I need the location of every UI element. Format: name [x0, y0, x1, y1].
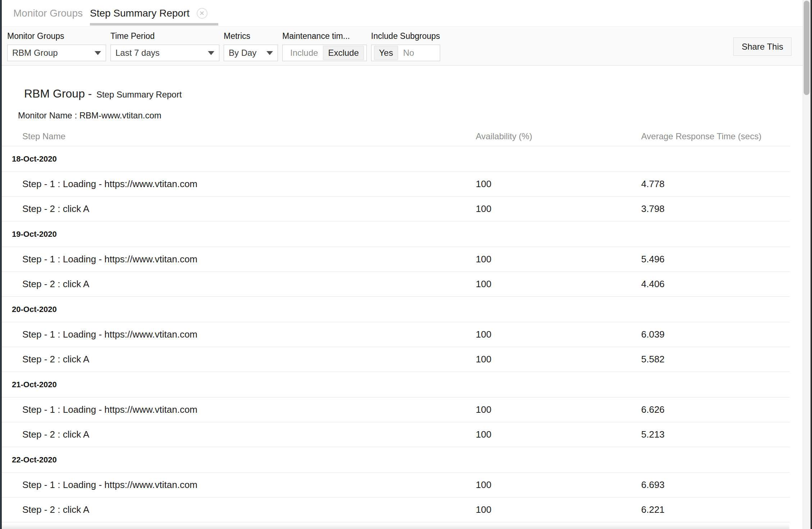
step-name: Step - 2 : click A: [2, 504, 476, 515]
response-time-value: 5.213: [641, 429, 790, 440]
step-row: Step - 2 : click A1003.798: [2, 197, 790, 222]
response-time-value: 4.406: [641, 279, 790, 290]
availability-value: 100: [476, 354, 641, 365]
step-row: Step - 1 : Loading - https://www.vtitan.…: [2, 172, 790, 197]
date-label: 20-Oct-2020: [2, 305, 476, 314]
tab-step-summary-report[interactable]: Step Summary Report: [90, 0, 207, 27]
active-tab-underline: [90, 23, 218, 26]
availability-value: 100: [476, 178, 641, 190]
filter-time-period: Time Period Last 7 days: [110, 31, 219, 61]
report-type-label: Step Summary Report: [96, 90, 182, 99]
step-summary-table: Step Name Availability (%) Average Respo…: [2, 131, 790, 523]
close-tab-icon[interactable]: [197, 8, 207, 19]
filter-include-subgroups: Include Subgroups Yes No: [371, 31, 440, 61]
scrollbar-thumb[interactable]: [804, 1, 809, 95]
response-time-value: 6.693: [641, 479, 790, 490]
filter-monitor-groups: Monitor Groups RBM Group: [7, 31, 106, 61]
monitor-groups-select[interactable]: RBM Group: [7, 45, 106, 61]
availability-value: 100: [476, 404, 641, 415]
column-header-availability: Availability (%): [476, 131, 641, 141]
step-name: Step - 2 : click A: [2, 354, 476, 365]
date-group-row: 19-Oct-2020: [2, 222, 790, 247]
subgroups-no-option[interactable]: No: [398, 46, 419, 60]
availability-value: 100: [476, 279, 641, 290]
date-group-row: 21-Oct-2020: [2, 372, 790, 398]
x-icon: [200, 11, 204, 15]
time-period-label: Time Period: [110, 31, 219, 41]
time-period-select[interactable]: Last 7 days: [110, 45, 219, 61]
step-row: Step - 1 : Loading - https://www.vtitan.…: [2, 398, 790, 422]
step-name: Step - 2 : click A: [2, 203, 476, 214]
date-label: 18-Oct-2020: [2, 154, 476, 164]
step-row: Step - 1 : Loading - https://www.vtitan.…: [2, 247, 790, 272]
chevron-down-icon: [95, 51, 101, 55]
share-this-button[interactable]: Share This: [733, 37, 792, 56]
subgroups-yes-option[interactable]: Yes: [374, 46, 398, 60]
report-groups: 18-Oct-2020Step - 1 : Loading - https://…: [2, 146, 790, 523]
step-row: Step - 1 : Loading - https://www.vtitan.…: [2, 322, 790, 347]
bottom-scroll-strip: [2, 524, 789, 529]
tab-step-summary-report-label: Step Summary Report: [90, 0, 190, 27]
filter-metrics: Metrics By Day: [224, 31, 278, 61]
column-header-response-time: Average Response Time (secs): [641, 131, 790, 141]
report-group-name: RBM Group -: [24, 87, 92, 100]
metrics-select[interactable]: By Day: [224, 45, 278, 61]
filter-bar: Monitor Groups RBM Group Time Period Las…: [2, 27, 803, 65]
monitor-groups-label: Monitor Groups: [7, 31, 106, 41]
report-content: RBM Group - Step Summary Report Monitor …: [2, 87, 803, 523]
report-title: RBM Group - Step Summary Report: [24, 87, 803, 100]
date-group-row: 20-Oct-2020: [2, 297, 790, 322]
step-row: Step - 2 : click A1006.221: [2, 498, 790, 523]
step-name: Step - 2 : click A: [2, 429, 476, 440]
date-label: 22-Oct-2020: [2, 455, 476, 465]
vertical-scrollbar[interactable]: [803, 0, 811, 529]
step-row: Step - 2 : click A1005.582: [2, 347, 790, 372]
tab-monitor-groups[interactable]: Monitor Groups: [13, 0, 83, 27]
response-time-value: 5.496: [641, 254, 790, 265]
step-name: Step - 1 : Loading - https://www.vtitan.…: [2, 479, 476, 490]
window-right-edge: [811, 0, 812, 529]
step-row: Step - 1 : Loading - https://www.vtitan.…: [2, 473, 790, 498]
monitor-name-label: Monitor Name :: [18, 110, 77, 120]
response-time-value: 6.039: [641, 329, 790, 340]
step-name: Step - 2 : click A: [2, 279, 476, 290]
response-time-value: 4.778: [641, 178, 790, 190]
monitor-name-row: Monitor Name : RBM-www.vtitan.com: [18, 110, 803, 121]
date-group-row: 18-Oct-2020: [2, 146, 790, 172]
step-name: Step - 1 : Loading - https://www.vtitan.…: [2, 254, 476, 265]
step-name: Step - 1 : Loading - https://www.vtitan.…: [2, 404, 476, 415]
availability-value: 100: [476, 479, 641, 490]
metrics-value: By Day: [229, 48, 256, 58]
chevron-down-icon: [266, 51, 273, 55]
response-time-value: 5.582: [641, 354, 790, 365]
availability-value: 100: [476, 504, 641, 515]
monitor-groups-value: RBM Group: [12, 48, 58, 58]
monitor-name-value: RBM-www.vtitan.com: [79, 110, 161, 120]
date-group-row: 22-Oct-2020: [2, 447, 790, 473]
response-time-value: 6.221: [641, 504, 790, 515]
step-row: Step - 2 : click A1004.406: [2, 272, 790, 297]
date-label: 21-Oct-2020: [2, 380, 476, 389]
table-header-row: Step Name Availability (%) Average Respo…: [2, 131, 790, 146]
column-header-step-name: Step Name: [2, 131, 476, 141]
maintenance-include-option[interactable]: Include: [285, 46, 323, 60]
availability-value: 100: [476, 254, 641, 265]
response-time-value: 3.798: [641, 203, 790, 214]
filter-maintenance: Maintenance tim... Include Exclude: [282, 31, 367, 61]
include-subgroups-label: Include Subgroups: [371, 31, 440, 41]
availability-value: 100: [476, 203, 641, 214]
time-period-value: Last 7 days: [115, 48, 160, 58]
chevron-down-icon: [208, 51, 214, 55]
maintenance-toggle: Include Exclude: [282, 45, 367, 61]
maintenance-exclude-option[interactable]: Exclude: [323, 46, 364, 60]
app-left-stripe: [0, 0, 2, 529]
step-name: Step - 1 : Loading - https://www.vtitan.…: [2, 178, 476, 190]
report-window: Monitor Groups Step Summary Report Monit…: [2, 0, 803, 523]
availability-value: 100: [476, 329, 641, 340]
step-name: Step - 1 : Loading - https://www.vtitan.…: [2, 329, 476, 340]
response-time-value: 6.626: [641, 404, 790, 415]
metrics-label: Metrics: [224, 31, 278, 41]
availability-value: 100: [476, 429, 641, 440]
date-label: 19-Oct-2020: [2, 230, 476, 239]
maintenance-label: Maintenance tim...: [282, 31, 367, 41]
